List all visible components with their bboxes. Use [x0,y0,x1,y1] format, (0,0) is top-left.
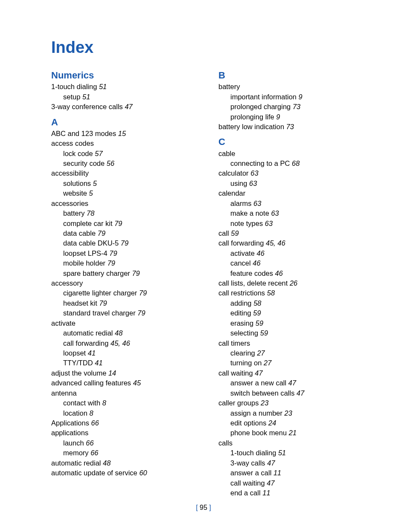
page-ref: 5 [93,179,97,187]
page-ref: 63 [249,179,257,187]
page-ref: 48 [103,459,110,467]
page-ref: 78 [87,209,94,217]
page-ref: 8 [102,399,106,407]
page-ref: 66 [86,439,93,447]
page-ref: 66 [90,449,98,457]
index-entry: security code 56 [51,159,193,168]
entry-text: selecting [230,329,258,337]
index-entry: 1-touch dialing 51 [51,82,193,92]
page-ref: 47 [125,103,132,110]
index-entry: battery 78 [51,208,193,218]
index-column: Numerics1-touch dialing 51setup 513-way … [51,65,193,498]
page-ref: 73 [286,123,294,130]
entry-text: calculator [218,169,249,177]
index-entry: calls [218,438,360,448]
index-entry: assign a number 23 [218,408,360,418]
entry-text: automatic redial [63,329,113,337]
entry-text: 1-touch dialing [51,83,97,90]
page-ref: 21 [289,429,297,437]
index-entry: end a call 11 [218,488,360,498]
page-number: 95 [200,504,207,511]
page-ref: 51 [278,449,286,457]
index-entry: accessory [51,278,193,288]
page-ref: 47 [267,459,275,467]
entry-text: cigarette lighter charger [63,289,137,297]
index-entry: call waiting 47 [218,368,360,378]
index-entry: alarms 63 [218,199,360,208]
entry-text: clearing [230,349,255,357]
page-title: Index [51,38,360,57]
index-entry: solutions 5 [51,179,193,188]
page-ref: 63 [271,209,279,217]
index-entry: call waiting 47 [218,478,360,488]
page-ref: 59 [256,319,263,327]
index-entry: cigarette lighter charger 79 [51,288,193,298]
entry-text: erasing [230,319,253,327]
entry-text: answer a call [230,469,271,477]
entry-text: access codes [51,139,94,147]
page-ref: 23 [285,409,292,417]
index-entry: clearing 27 [218,348,360,358]
index-entry: answer a call 11 [218,468,360,478]
index-entry: activate [51,318,193,328]
entry-text: ABC and 123 modes [51,130,116,137]
index-entry: call forwarding 45, 46 [218,238,360,248]
index-entry: call lists, delete recent 26 [218,278,360,288]
page-ref: 79 [114,220,122,227]
page-ref: 47 [297,389,304,397]
entry-text: security code [63,159,105,167]
page-ref: 59 [260,329,268,337]
page-ref: 51 [99,83,107,90]
page-footer: [ 95 ] [0,504,407,512]
index-entry: using 63 [218,179,360,188]
index-entry: switch between calls 47 [218,388,360,398]
index-entry: lock code 57 [51,149,193,159]
index-entry: headset kit 79 [51,298,193,308]
section-heading: Numerics [51,69,193,82]
index-entry: editing 59 [218,308,360,318]
page-ref: 73 [293,103,300,110]
index-entry: accessibility [51,168,193,178]
page-ref: 41 [95,359,102,367]
index-entry: edit options 24 [218,418,360,428]
index-entry: adjust the volume 14 [51,368,193,378]
page-ref: 79 [109,249,117,257]
index-entry: memory 66 [51,448,193,458]
index-entry: cable [218,149,360,159]
index-entry: 1-touch dialing 51 [218,448,360,458]
entry-text: launch [63,439,84,447]
page-ref: 11 [262,489,270,497]
entry-text: standard travel charger [63,309,136,317]
index-entry: mobile holder 79 [51,258,193,268]
entry-text: important information [230,93,297,101]
entry-text: contact with [63,399,100,407]
entry-text: prolonged charging [230,103,291,110]
page-ref: 58 [267,289,275,297]
index-entry: loopset LPS-4 79 [51,249,193,258]
index-entry: data cable 79 [51,228,193,238]
entry-text: using [230,179,247,187]
entry-text: headset kit [63,299,97,307]
page-ref: 9 [276,113,280,121]
entry-text: edit options [230,419,266,427]
entry-text: automatic update of service [51,469,137,477]
index-entry: prolonged charging 73 [218,102,360,112]
page-ref: 59 [231,229,238,237]
index-entry: ABC and 123 modes 15 [51,129,193,139]
section-heading: C [218,135,360,148]
entry-text: cancel [230,259,251,267]
entry-text: loopset LPS-4 [63,249,108,257]
index-entry: adding 58 [218,298,360,308]
page-ref: 79 [132,269,140,277]
page-ref: 45, 46 [110,339,130,347]
page-ref: 48 [115,329,122,337]
page-ref: 57 [95,150,102,157]
entry-text: TTY/TDD [63,359,93,367]
page-ref: 63 [265,220,273,227]
entry-text: feature codes [230,269,273,277]
page-ref: 27 [264,359,271,367]
index-entry: antenna [51,388,193,398]
page-ref: 27 [257,349,265,357]
page-ref: 47 [255,369,262,377]
entry-text: complete car kit [63,220,113,227]
